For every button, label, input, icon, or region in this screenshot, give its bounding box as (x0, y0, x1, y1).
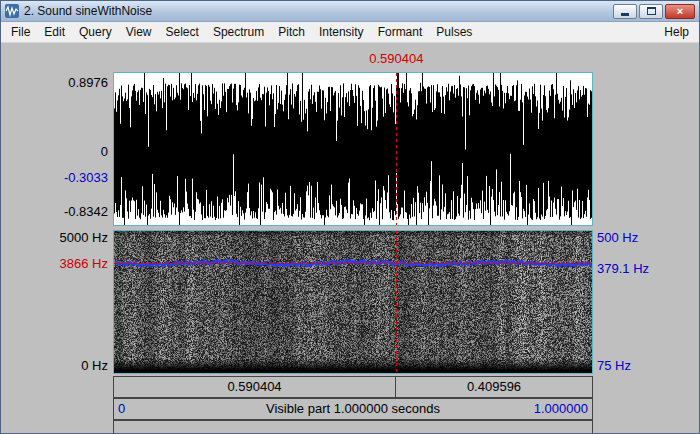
cursor-time-label: 0.590404 (351, 51, 441, 66)
menu-pitch[interactable]: Pitch (271, 23, 312, 41)
waveform-min-label: -0.8342 (1, 205, 108, 219)
window-title: 2. Sound sineWithNoise (24, 4, 152, 18)
segment-left-duration[interactable]: 0.590404 (113, 376, 396, 398)
segment-right-duration[interactable]: 0.409596 (395, 376, 593, 398)
menu-query[interactable]: Query (72, 23, 119, 41)
waveform-panel[interactable] (113, 72, 593, 226)
waveform-zero-label: 0 (1, 145, 108, 159)
praat-sound-editor-window: 2. Sound sineWithNoise × File Edit Query… (0, 0, 700, 434)
spectrogram-max-freq-label: 5000 Hz (1, 231, 108, 245)
visible-end-label: 1.000000 (534, 399, 588, 419)
pitch-max-label: 500 Hz (597, 231, 697, 245)
spectrogram-panel[interactable] (113, 230, 593, 374)
menu-spectrum[interactable]: Spectrum (206, 23, 271, 41)
window-controls: × (613, 4, 695, 19)
spectrogram-canvas[interactable] (114, 231, 592, 373)
menu-edit[interactable]: Edit (37, 23, 72, 41)
minimize-icon (621, 13, 629, 16)
waveform-max-label: 0.8976 (1, 76, 108, 90)
menu-intensity[interactable]: Intensity (312, 23, 371, 41)
visible-start-label: 0 (118, 399, 125, 419)
spectrogram-min-freq-label: 0 Hz (1, 359, 108, 373)
maximize-button[interactable] (639, 4, 663, 19)
menu-bar: File Edit Query View Select Spectrum Pit… (1, 22, 699, 43)
menu-pulses[interactable]: Pulses (429, 23, 479, 41)
menu-formant[interactable]: Formant (371, 23, 430, 41)
waveform-canvas[interactable] (114, 73, 592, 225)
maximize-icon (647, 7, 656, 15)
pitch-value-label: 379.1 Hz (597, 262, 697, 276)
minimize-button[interactable] (613, 4, 637, 19)
menu-help[interactable]: Help (657, 23, 696, 41)
close-button[interactable]: × (665, 4, 695, 19)
total-duration-bar[interactable] (113, 420, 593, 434)
menu-view[interactable]: View (119, 23, 159, 41)
menu-file[interactable]: File (4, 23, 37, 41)
app-icon[interactable] (5, 4, 19, 18)
visible-part-label: Visible part 1.000000 seconds (266, 401, 440, 416)
pitch-min-label: 75 Hz (597, 359, 697, 373)
visible-part-bar[interactable]: 0 Visible part 1.000000 seconds 1.000000 (113, 398, 593, 420)
spectrogram-cursor-freq-label: 3866 Hz (1, 257, 108, 271)
cursor-segments-row: 0.590404 0.409596 (113, 376, 593, 398)
titlebar[interactable]: 2. Sound sineWithNoise × (1, 1, 699, 22)
waveform-cursor-value-label: -0.3033 (1, 171, 108, 185)
menu-select[interactable]: Select (159, 23, 206, 41)
